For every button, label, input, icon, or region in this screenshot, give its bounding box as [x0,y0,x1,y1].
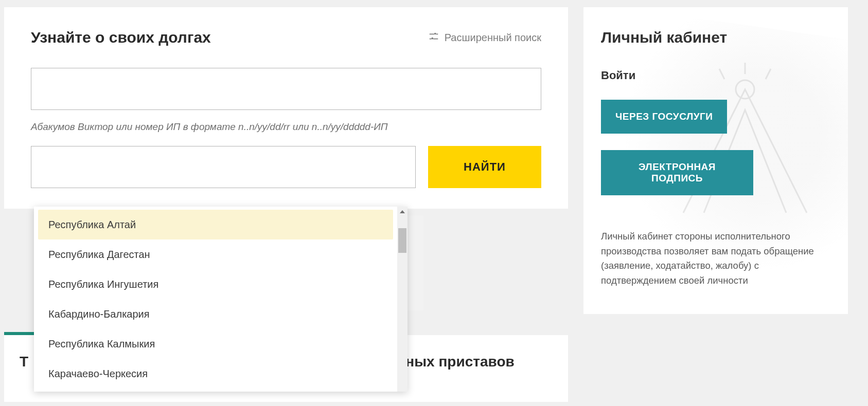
svg-point-0 [736,80,754,99]
region-dropdown[interactable]: Республика Алтай Республика Дагестан Рес… [34,207,408,392]
scroll-up-icon[interactable] [397,207,408,217]
dropdown-option[interactable]: Кабардино-Балкария [34,299,397,329]
login-label: Войти [601,69,830,82]
region-input[interactable] [31,146,416,188]
dropdown-scrollbar[interactable] [397,207,408,392]
login-esignature-button[interactable]: ЭЛЕКТРОННАЯ ПОДПИСЬ [601,150,753,195]
login-gosuslugi-button[interactable]: ЧЕРЕЗ ГОСУСЛУГИ [601,100,727,134]
personal-cabinet-panel: Личный кабинет Войти ЧЕРЕЗ ГОСУСЛУГИ ЭЛЕ… [583,7,848,314]
region-dropdown-list: Республика Алтай Республика Дагестан Рес… [34,207,397,392]
advanced-search-link[interactable]: Расширенный поиск [428,31,541,45]
advanced-search-label: Расширенный поиск [445,32,541,44]
query-hint: Абакумов Виктор или номер ИП в формате n… [31,121,541,133]
dropdown-option[interactable]: Карачаево-Черкесия [34,359,397,389]
cabinet-description: Личный кабинет стороны исполнительного п… [601,229,830,288]
search-button[interactable]: НАЙТИ [428,146,541,188]
scroll-thumb[interactable] [398,228,406,253]
debtor-query-input[interactable] [31,68,541,110]
dropdown-option[interactable]: Республика Дагестан [34,239,397,269]
sliders-icon [428,31,439,45]
search-title: Узнайте о своих долгах [31,29,211,46]
dropdown-option[interactable]: Республика Калмыкия [34,329,397,359]
debt-search-panel: Узнайте о своих долгах Расширенный поиск… [4,7,568,209]
cabinet-title: Личный кабинет [601,29,830,46]
dropdown-option[interactable]: Республика Алтай [38,210,393,239]
bottom-card-title-fragment: Т [20,354,28,370]
dropdown-option[interactable]: Республика Ингушетия [34,269,397,299]
